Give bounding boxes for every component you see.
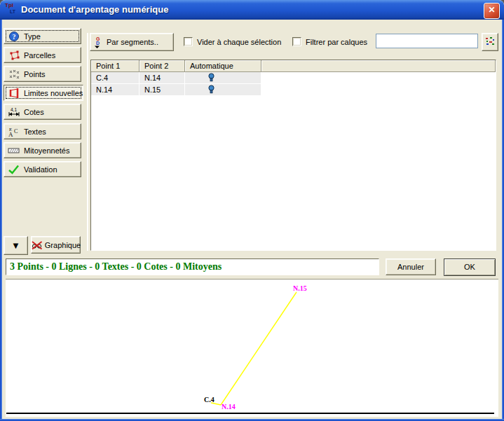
sidebar-item-validation[interactable]: Validation bbox=[4, 161, 81, 177]
close-button[interactable]: ✕ bbox=[484, 3, 500, 19]
graphique-button[interactable]: Graphique bbox=[31, 236, 81, 254]
table-row[interactable]: C.4 N.14 bbox=[91, 72, 261, 84]
hatch-icon bbox=[7, 144, 20, 157]
par-segments-button[interactable]: GD Par segments.. bbox=[90, 33, 174, 51]
app-icon: Tpl LT bbox=[5, 3, 19, 17]
window-title: Document d'arpentage numérique bbox=[21, 4, 168, 15]
graphique-label: Graphique bbox=[45, 241, 81, 249]
triangle-down-icon: ▼ bbox=[11, 240, 20, 251]
window-border-left bbox=[0, 20, 2, 421]
svg-text:D: D bbox=[96, 41, 100, 46]
graphics-hidden-icon bbox=[31, 240, 43, 250]
sidebar-item-limites-nouvelles[interactable]: Limites nouvelles bbox=[4, 85, 83, 101]
cell-point1: N.14 bbox=[91, 84, 139, 96]
close-icon: ✕ bbox=[488, 5, 495, 15]
letters-icon: EAC bbox=[7, 125, 20, 138]
svg-text:4,1: 4,1 bbox=[11, 107, 17, 112]
limit-icon bbox=[7, 87, 20, 99]
layers-picker-button[interactable] bbox=[482, 33, 498, 51]
clear-selection-label: Vider à chaque sélection bbox=[197, 38, 281, 46]
sidebar-item-label: Points bbox=[24, 70, 46, 78]
svg-text:?: ? bbox=[12, 33, 15, 41]
canvas-point-label: N.15 bbox=[293, 285, 307, 292]
canvas-point-label: C.4 bbox=[204, 396, 214, 403]
cell-automatique bbox=[185, 72, 261, 84]
sidebar-item-label: Cotes bbox=[24, 108, 44, 116]
help-icon: ? bbox=[7, 30, 20, 43]
cell-automatique bbox=[185, 84, 261, 96]
column-header-automatique[interactable]: Automatique bbox=[185, 60, 261, 72]
sidebar-item-label: Limites nouvelles bbox=[24, 89, 83, 97]
cell-point1: C.4 bbox=[91, 72, 139, 84]
sidebar-item-label: Mitoyennetés bbox=[24, 146, 69, 155]
expand-down-button[interactable]: ▼ bbox=[4, 236, 28, 255]
segments-table[interactable]: Point 1 Point 2 Automatique C.4 N.14 N.1… bbox=[90, 60, 496, 251]
bulb-icon bbox=[208, 85, 214, 95]
column-header-point2[interactable]: Point 2 bbox=[139, 60, 185, 72]
sidebar-item-type[interactable]: ? Type bbox=[4, 28, 81, 44]
sidebar-item-label: Validation bbox=[24, 165, 57, 174]
cancel-button[interactable]: Annuler bbox=[386, 258, 436, 275]
sidebar-item-parcelles[interactable]: Parcelles bbox=[4, 47, 81, 63]
app-icon-text-bottom: LT bbox=[10, 9, 15, 14]
layers-icon bbox=[484, 36, 496, 48]
column-header-filler bbox=[261, 60, 496, 72]
par-segments-label: Par segments.. bbox=[107, 38, 158, 46]
table-header-row: Point 1 Point 2 Automatique bbox=[91, 60, 496, 72]
status-summary: 3 Points - 0 Lignes - 0 Textes - 0 Cotes… bbox=[6, 258, 379, 275]
points-grid-icon bbox=[7, 68, 20, 81]
check-icon bbox=[7, 163, 20, 176]
sidebar-item-label: Parcelles bbox=[24, 51, 55, 60]
sidebar-item-mitoyennetes[interactable]: Mitoyennetés bbox=[4, 142, 81, 158]
app-icon-text-top: Tpl bbox=[5, 3, 13, 8]
sidebar-item-label: Type bbox=[24, 32, 41, 41]
filter-layers-label: Filtrer par calques bbox=[306, 38, 367, 46]
filter-layers-checkbox[interactable] bbox=[292, 37, 301, 46]
parcel-icon bbox=[7, 49, 20, 62]
dimension-icon: 4,1 bbox=[7, 106, 20, 118]
sidebar-item-textes[interactable]: EAC Textes bbox=[4, 123, 81, 139]
cell-point2: N.14 bbox=[139, 72, 185, 84]
svg-text:A: A bbox=[8, 131, 13, 137]
panel-divider bbox=[87, 33, 88, 251]
svg-text:C: C bbox=[14, 128, 18, 134]
cell-point2: N.15 bbox=[139, 84, 185, 96]
gd-dropdown-icon: GD bbox=[94, 36, 103, 48]
layer-filter-input[interactable] bbox=[376, 34, 478, 48]
sidebar-item-label: Textes bbox=[24, 127, 46, 136]
survey-preview-canvas[interactable]: C.4N.14N.15 bbox=[6, 279, 498, 417]
sidebar-item-points[interactable]: Points bbox=[4, 66, 81, 82]
survey-lines bbox=[6, 279, 498, 417]
bulb-icon bbox=[208, 73, 214, 83]
table-row[interactable]: N.14 N.15 bbox=[91, 84, 261, 96]
column-header-point1[interactable]: Point 1 bbox=[91, 60, 139, 72]
dialog-window: Tpl LT Document d'arpentage numérique ✕ … bbox=[0, 0, 504, 421]
sidebar-item-cotes[interactable]: 4,1 Cotes bbox=[4, 104, 81, 120]
clear-selection-checkbox[interactable] bbox=[184, 37, 193, 46]
titlebar[interactable]: Tpl LT Document d'arpentage numérique ✕ bbox=[0, 0, 504, 20]
canvas-point-label: N.14 bbox=[222, 403, 236, 410]
ok-button[interactable]: OK bbox=[444, 258, 496, 276]
